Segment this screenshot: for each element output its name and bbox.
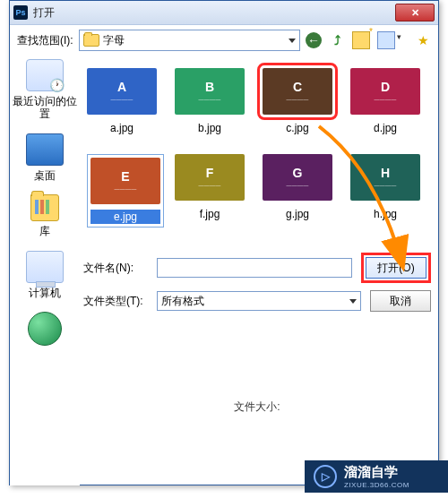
file-caption: c.jpg xyxy=(263,122,332,134)
file-preview: F———— xyxy=(175,154,245,201)
place-recent[interactable]: 最近访问的位置 xyxy=(10,59,80,121)
brand-name: 溜溜自学 xyxy=(344,464,398,479)
place-computer[interactable]: 计算机 xyxy=(10,251,80,299)
place-library-label: 库 xyxy=(10,225,80,237)
ps-icon: Ps xyxy=(13,5,28,20)
file-caption: f.jpg xyxy=(175,208,245,220)
place-desktop-label: 桌面 xyxy=(10,169,80,182)
lookin-value: 字母 xyxy=(103,33,125,48)
close-button[interactable]: ✕ xyxy=(395,4,435,21)
file-letter: B xyxy=(205,81,214,94)
new-folder-icon[interactable] xyxy=(352,31,370,49)
back-icon[interactable]: ← xyxy=(306,32,322,48)
places-bar: 最近访问的位置 桌面 库 计算机 xyxy=(10,56,80,485)
file-thumb[interactable]: C————c.jpg xyxy=(263,68,332,134)
file-subtext: ———— xyxy=(115,186,137,193)
cancel-button[interactable]: 取消 xyxy=(370,290,431,312)
filetype-label: 文件类型(T): xyxy=(83,294,148,309)
place-recent-label: 最近访问的位置 xyxy=(10,95,80,121)
file-subtext: ———— xyxy=(287,183,309,189)
file-caption: e.jpg xyxy=(90,210,160,224)
file-caption: g.jpg xyxy=(263,208,332,220)
file-letter: E xyxy=(121,170,129,184)
file-list[interactable]: A————a.jpgB————b.jpgC————c.jpgD————d.jpg… xyxy=(83,59,431,244)
file-caption: b.jpg xyxy=(175,122,245,134)
lookin-label: 查找范围(I): xyxy=(17,33,73,48)
view-menu-icon[interactable] xyxy=(377,31,395,49)
file-letter: H xyxy=(381,167,390,180)
file-letter: G xyxy=(293,167,303,180)
file-subtext: ———— xyxy=(287,97,309,103)
file-caption: d.jpg xyxy=(350,122,420,134)
file-thumb-selected: E————e.jpg xyxy=(87,154,164,228)
open-button-highlight: 打开(O) xyxy=(361,253,431,283)
file-letter: F xyxy=(206,167,214,180)
file-preview: A———— xyxy=(87,68,157,115)
chevron-down-icon xyxy=(349,299,357,304)
file-thumb[interactable]: B————b.jpg xyxy=(175,68,245,134)
file-thumb[interactable]: F————f.jpg xyxy=(175,154,245,228)
main-panel: A————a.jpgB————b.jpgC————c.jpgD————d.jpg… xyxy=(80,56,438,485)
favorite-icon[interactable]: ★ xyxy=(415,32,431,48)
file-thumb[interactable]: A————a.jpg xyxy=(87,68,157,134)
filename-input[interactable] xyxy=(157,258,352,278)
place-network[interactable] xyxy=(10,312,80,346)
file-preview: E———— xyxy=(90,158,160,204)
lookin-combo[interactable]: 字母 xyxy=(79,30,300,51)
brand-watermark: ▷ 溜溜自学 ZIXUE.3D66.COM xyxy=(305,460,448,493)
open-button[interactable]: 打开(O) xyxy=(366,257,426,279)
place-computer-label: 计算机 xyxy=(10,287,80,299)
file-caption: h.jpg xyxy=(350,208,420,220)
file-preview: D———— xyxy=(350,68,420,115)
file-preview: B———— xyxy=(175,68,245,115)
computer-icon xyxy=(26,251,64,283)
open-dialog: Ps 打开 ✕ 查找范围(I): 字母 ← ⤴ ★ 最近访问的位置 xyxy=(9,0,439,485)
file-thumb[interactable]: D————d.jpg xyxy=(350,68,420,134)
file-letter: C xyxy=(293,81,302,94)
library-icon xyxy=(30,194,59,221)
file-subtext: ———— xyxy=(375,183,397,189)
toolbar-icons: ← ⤴ ★ xyxy=(306,31,431,49)
lookin-row: 查找范围(I): 字母 ← ⤴ ★ xyxy=(10,25,438,56)
form-rows: 文件名(N): 打开(O) 文件类型(T): 所有格式 取消 xyxy=(83,253,431,319)
window-title: 打开 xyxy=(33,5,395,21)
desktop-icon xyxy=(26,133,64,166)
file-preview: C———— xyxy=(263,68,332,115)
place-desktop[interactable]: 桌面 xyxy=(10,133,80,182)
filename-label: 文件名(N): xyxy=(83,261,148,276)
file-subtext: ———— xyxy=(375,97,397,103)
file-letter: A xyxy=(117,81,126,94)
place-library[interactable]: 库 xyxy=(10,194,80,237)
file-subtext: ———— xyxy=(199,183,221,189)
network-icon xyxy=(28,312,62,346)
filesize-label: 文件大小: xyxy=(83,399,431,415)
brand-play-icon: ▷ xyxy=(314,465,337,488)
filetype-value: 所有格式 xyxy=(161,294,204,309)
file-preview: G———— xyxy=(263,154,332,201)
file-caption: a.jpg xyxy=(87,122,157,134)
file-thumb[interactable]: H————h.jpg xyxy=(350,154,420,228)
chevron-down-icon xyxy=(289,39,296,43)
file-thumb[interactable]: E————e.jpg xyxy=(87,154,157,228)
file-letter: D xyxy=(381,81,390,94)
file-thumb[interactable]: G————g.jpg xyxy=(263,154,332,228)
titlebar[interactable]: Ps 打开 ✕ xyxy=(10,1,438,25)
recent-icon xyxy=(26,59,64,91)
filetype-combo[interactable]: 所有格式 xyxy=(157,291,361,311)
file-preview: H———— xyxy=(350,154,420,201)
file-subtext: ———— xyxy=(199,97,221,103)
up-icon[interactable]: ⤴ xyxy=(329,32,345,48)
close-icon: ✕ xyxy=(411,7,419,19)
file-subtext: ———— xyxy=(111,97,134,103)
brand-sub: ZIXUE.3D66.COM xyxy=(344,481,409,489)
folder-icon xyxy=(83,34,99,47)
